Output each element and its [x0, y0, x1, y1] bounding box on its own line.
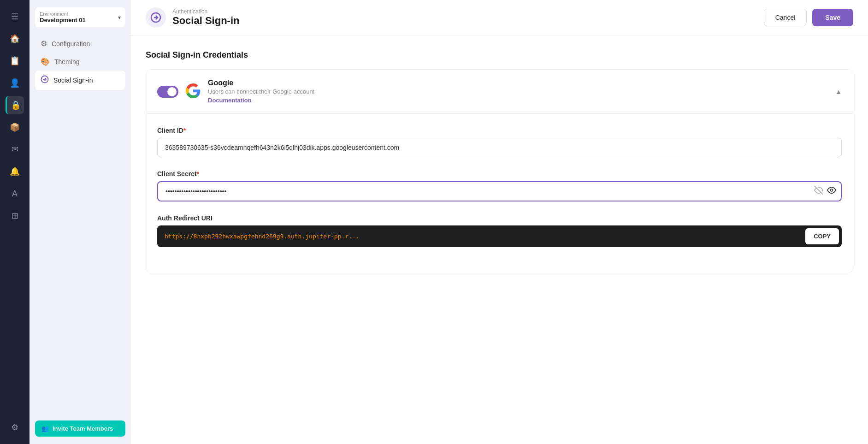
nav-user-icon[interactable]: 👤 — [6, 74, 24, 92]
client-secret-label: Client Secret* — [157, 170, 842, 178]
sidebar-item-theming-label: Theming — [54, 58, 79, 65]
nav-bell-icon[interactable]: 🔔 — [6, 162, 24, 181]
section-title: Social Sign-in Credentials — [146, 50, 853, 60]
eye-off-icon[interactable] — [814, 186, 823, 197]
google-card: Google Users can connect their Google ac… — [146, 69, 853, 273]
header-left: Authentication Social Sign-in — [146, 7, 239, 28]
social-sign-in-icon — [41, 75, 49, 85]
page-title: Social Sign-in — [172, 15, 239, 27]
nav-lock-icon[interactable]: 🔒 — [6, 96, 24, 114]
invite-icon: 👥 — [41, 425, 49, 432]
nav-list-icon[interactable]: 📋 — [6, 52, 24, 70]
config-icon: ⚙ — [41, 39, 47, 48]
svg-point-5 — [831, 189, 833, 191]
google-card-header-left: Google Users can connect their Google ac… — [157, 79, 314, 104]
sidebar-item-social-sign-in[interactable]: Social Sign-in — [35, 71, 125, 90]
secret-icons — [814, 186, 836, 197]
google-toggle[interactable] — [157, 86, 178, 98]
invite-team-members-button[interactable]: 👥 Invite Team Members — [35, 420, 125, 437]
save-button[interactable]: Save — [812, 9, 853, 26]
chevron-down-icon: ▾ — [118, 14, 121, 21]
sidebar-item-configuration[interactable]: ⚙ Configuration — [35, 35, 125, 53]
eye-on-icon[interactable] — [827, 186, 836, 197]
nav-mail-icon[interactable]: ✉ — [6, 140, 24, 159]
main-content: Authentication Social Sign-in Cancel Sav… — [131, 0, 868, 444]
nav-settings-icon[interactable]: ⚙ — [6, 418, 24, 437]
google-info: Google Users can connect their Google ac… — [208, 79, 314, 104]
client-secret-input[interactable] — [157, 181, 842, 201]
sidebar-item-configuration-label: Configuration — [52, 40, 90, 47]
google-doc-link[interactable]: Documentation — [208, 97, 252, 104]
header-subtitle: Authentication — [172, 8, 239, 15]
nav-menu-icon[interactable]: ☰ — [6, 7, 24, 26]
sidebar-item-theming[interactable]: 🎨 Theming — [35, 53, 125, 71]
invite-label: Invite Team Members — [53, 425, 113, 432]
client-id-input[interactable] — [157, 138, 842, 157]
sidebar-bottom: 👥 Invite Team Members — [35, 420, 125, 437]
client-secret-group: Client Secret* — [157, 170, 842, 201]
cancel-button[interactable]: Cancel — [764, 9, 807, 26]
left-nav: ☰ 🏠 📋 👤 🔒 📦 ✉ 🔔 A ⊞ ⚙ — [0, 0, 30, 444]
google-desc: Users can connect their Google account — [208, 88, 314, 95]
auth-redirect-label: Auth Redirect URI — [157, 214, 842, 222]
chevron-up-icon[interactable]: ▲ — [835, 88, 842, 95]
nav-home-icon[interactable]: 🏠 — [6, 30, 24, 48]
google-icon — [186, 83, 201, 100]
client-secret-wrapper — [157, 181, 842, 201]
copy-button[interactable]: COPY — [805, 228, 839, 244]
form-section: Client ID* Client Secret* — [146, 113, 853, 273]
redirect-uri-value: https://8nxpb292hwxawpgfehnd269g9.auth.j… — [157, 226, 803, 246]
google-name: Google — [208, 79, 314, 87]
sidebar: Environment Development 01 ▾ ⚙ Configura… — [30, 0, 131, 444]
nav-translate-icon[interactable]: A — [6, 184, 24, 203]
auth-redirect-group: Auth Redirect URI https://8nxpb292hwxawp… — [157, 214, 842, 247]
sidebar-item-social-label: Social Sign-in — [53, 77, 93, 84]
header-icon — [146, 7, 166, 28]
env-name: Development 01 — [40, 17, 86, 24]
google-card-header: Google Users can connect their Google ac… — [146, 70, 853, 113]
client-secret-required: * — [197, 170, 199, 178]
theming-icon: 🎨 — [41, 57, 50, 66]
page-header: Authentication Social Sign-in Cancel Sav… — [131, 0, 868, 36]
client-id-required: * — [183, 127, 186, 134]
nav-box-icon[interactable]: 📦 — [6, 118, 24, 136]
nav-grid-icon[interactable]: ⊞ — [6, 207, 24, 225]
client-id-label: Client ID* — [157, 127, 842, 134]
env-selector[interactable]: Environment Development 01 ▾ — [35, 7, 125, 27]
content-area: Social Sign-in Credentials — [131, 36, 868, 288]
redirect-uri-box: https://8nxpb292hwxawpgfehnd269g9.auth.j… — [157, 225, 842, 247]
client-id-group: Client ID* — [157, 127, 842, 157]
header-actions: Cancel Save — [764, 9, 853, 26]
env-label: Environment — [40, 11, 86, 17]
